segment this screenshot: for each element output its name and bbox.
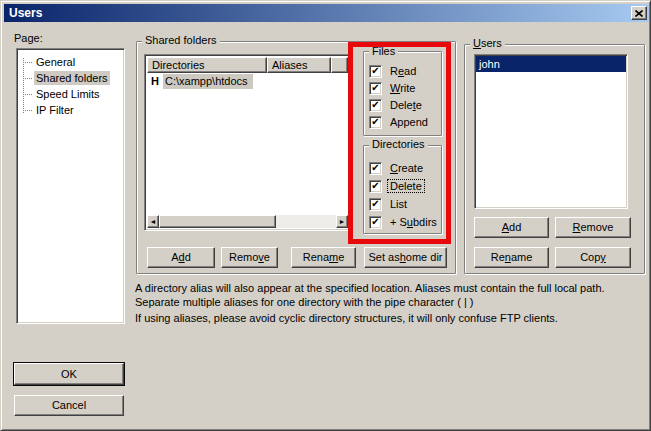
cyclic-warning-text: If using aliases, please avoid cyclic di… [135,312,645,326]
check-icon: ✔ [371,199,379,209]
check-icon: ✔ [371,100,379,110]
page-item-label-selected: Shared folders [34,71,110,85]
checkbox-icon: ✔ [369,82,382,95]
checkbox-delete-dir[interactable]: ✔ Delete [369,179,424,193]
page-item-speed-limits[interactable]: Speed Limits [17,86,124,102]
page-item-shared-folders[interactable]: Shared folders [17,70,124,86]
checkbox-label: Append [388,116,430,128]
files-group-label: Files [369,45,398,58]
check-icon: ✔ [371,217,379,227]
set-as-home-dir-button[interactable]: Set as home dir [364,247,447,268]
checkbox-label: Delete [388,99,424,111]
checkbox-delete-file[interactable]: ✔ Delete [369,98,424,112]
tree-stub [23,110,32,111]
shared-rename-button[interactable]: Rename [291,247,356,268]
tree-stub [23,94,32,95]
tree-stub [23,78,32,79]
checkbox-icon: ✔ [369,162,382,175]
directory-row[interactable]: H C:\xampp\htdocs [147,73,348,89]
title-bar[interactable]: Users [4,4,649,22]
checkbox-label-focused: Delete [388,180,424,192]
users-listbox[interactable]: john [474,54,628,209]
shared-folders-group-label: Shared folders [142,34,220,47]
checkbox-label: Create [388,162,425,174]
alias-help-text: A directory alias will also appear at th… [135,282,645,309]
column-header-directories[interactable]: Directories [147,57,267,73]
checkbox-label: List [388,198,409,210]
user-rename-button[interactable]: Rename [474,247,549,268]
checkbox-write[interactable]: ✔ Write [369,81,417,95]
page-item-ip-filter[interactable]: IP Filter [17,102,124,118]
close-button[interactable] [631,6,647,20]
checkbox-subdirs[interactable]: ✔ + Subdirs [369,215,439,229]
checkbox-icon: ✔ [369,180,382,193]
user-item-john[interactable]: john [476,56,626,72]
checkbox-icon: ✔ [369,198,382,211]
checkbox-label: Write [388,82,417,94]
tree-stub [23,62,32,63]
home-dir-marker: H [147,75,163,87]
page-item-general[interactable]: General [17,54,124,70]
shared-add-button[interactable]: Add [147,247,215,268]
page-item-label: Speed Limits [34,87,102,101]
checkbox-icon: ✔ [369,65,382,78]
scroll-right-button[interactable]: ► [336,215,348,228]
ok-button[interactable]: OK [14,363,124,385]
scrollbar-thumb[interactable] [159,215,276,228]
listview-header: Directories Aliases [147,57,348,73]
directories-group-label: Directories [369,138,428,151]
check-icon: ✔ [371,83,379,93]
user-copy-button[interactable]: Copy [555,247,631,268]
checkbox-create[interactable]: ✔ Create [369,161,425,175]
checkbox-label: Read [388,65,418,77]
arrow-left-icon: ◄ [150,218,157,225]
arrow-right-icon: ► [339,218,346,225]
directories-listview[interactable]: Directories Aliases H C:\xampp\htdocs ◄ … [144,54,351,231]
horizontal-scrollbar[interactable]: ◄ ► [147,215,348,228]
checkbox-read[interactable]: ✔ Read [369,64,418,78]
check-icon: ✔ [371,66,379,76]
window-title: Users [4,6,42,20]
check-icon: ✔ [371,181,379,191]
page-label: Page: [14,32,43,44]
scrollbar-track[interactable] [159,215,336,228]
page-list[interactable]: General Shared folders Speed Limits IP F… [16,48,125,324]
users-group-label: Users [470,37,505,50]
directory-path: C:\xampp\htdocs [163,74,253,89]
check-icon: ✔ [371,117,379,127]
checkbox-label: + Subdirs [388,216,439,228]
close-icon [635,10,643,17]
user-add-button[interactable]: Add [474,217,549,238]
scroll-left-button[interactable]: ◄ [147,215,159,228]
dialog-window: Users Page: General Shared folders [0,0,651,431]
checkbox-append[interactable]: ✔ Append [369,115,430,129]
page-item-label: General [34,55,77,69]
column-header-aliases[interactable]: Aliases [267,57,331,73]
users-dialog: Users Page: General Shared folders [0,0,651,431]
check-icon: ✔ [371,163,379,173]
cancel-button[interactable]: Cancel [14,395,124,416]
user-remove-button[interactable]: Remove [555,217,631,238]
page-item-label: IP Filter [34,103,76,117]
shared-remove-button[interactable]: Remove [221,247,278,268]
checkbox-icon: ✔ [369,116,382,129]
column-header-filler [331,57,348,73]
checkbox-icon: ✔ [369,216,382,229]
checkbox-list[interactable]: ✔ List [369,197,409,211]
checkbox-icon: ✔ [369,99,382,112]
